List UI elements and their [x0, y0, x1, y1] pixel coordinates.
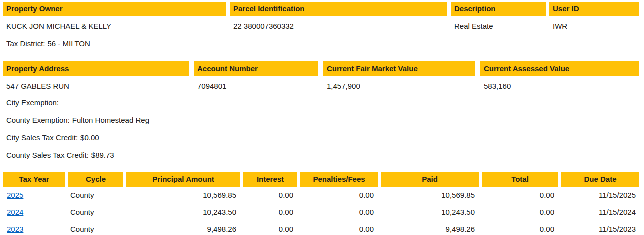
cycle-cell: County [68, 204, 123, 221]
property-owner-header: Property Owner [3, 2, 226, 16]
account-number-header: Account Number [194, 61, 318, 76]
property-address-value: 547 GABLES RUN [3, 82, 189, 91]
due-date-column-header: Due Date [561, 172, 639, 187]
cycle-cell: County [68, 221, 123, 235]
tax-year-column-header: Tax Year [3, 172, 65, 187]
tax-year-link[interactable]: 2025 [7, 191, 23, 199]
current-fair-market-value-value: 1,457,900 [323, 82, 475, 91]
interest-cell: 0.00 [243, 221, 297, 235]
paid-cell: 10,243.50 [381, 204, 479, 221]
current-assessed-value-header: Current Assessed Value [480, 61, 639, 76]
county-exemption-value: Fulton Homestead Reg [72, 116, 149, 124]
city-sales-tax-credit-line: City Sales Tax Credit:$0.00 [6, 133, 644, 142]
tax-district-value: 56 - MILTON [48, 39, 90, 48]
paid-column-header: Paid [381, 172, 479, 187]
due-date-cell: 11/15/2024 [561, 204, 639, 221]
exemption-details: City Exemption: County Exemption:Fulton … [3, 98, 644, 160]
principal-amount-cell: 10,243.50 [126, 204, 240, 221]
total-column-header: Total [482, 172, 558, 187]
parcel-identification-header: Parcel Identification [230, 2, 447, 16]
tax-year-table: Tax Year Cycle Principal Amount Interest… [3, 172, 644, 235]
table-row: 2023 County 9,498.26 0.00 0.00 9,498.26 … [3, 221, 639, 235]
county-exemption-label: County Exemption: [6, 116, 70, 124]
tax-year-cell: 2025 [3, 187, 65, 204]
county-sales-tax-credit-line: County Sales Tax Credit:$89.73 [6, 151, 644, 160]
owner-section: Property Owner Parcel Identification Des… [3, 2, 644, 48]
penalties-fees-column-header: Penalties/Fees [300, 172, 378, 187]
property-tax-record-page: Property Owner Parcel Identification Des… [0, 0, 644, 235]
owner-header-row: Property Owner Parcel Identification Des… [3, 2, 639, 16]
tax-year-link[interactable]: 2023 [7, 225, 23, 233]
owner-value-row: KUCK JON MICHAEL & KELLY 22 380007360332… [3, 22, 639, 31]
interest-column-header: Interest [243, 172, 297, 187]
due-date-cell: 11/15/2023 [561, 221, 639, 235]
city-exemption-line: City Exemption: [6, 98, 644, 107]
current-assessed-value-value: 583,160 [480, 82, 639, 91]
tax-district-line: Tax District:56 - MILTON [3, 39, 644, 48]
penalties-fees-cell: 0.00 [300, 204, 378, 221]
property-owner-value: KUCK JON MICHAEL & KELLY [3, 22, 226, 31]
address-header-row: Property Address Account Number Current … [3, 61, 639, 76]
table-row: 2024 County 10,243.50 0.00 0.00 10,243.5… [3, 204, 639, 221]
total-cell: 0.00 [482, 221, 558, 235]
city-sales-tax-credit-value: $0.00 [80, 133, 99, 142]
user-id-value: IWR [549, 22, 639, 31]
total-cell: 0.00 [482, 204, 558, 221]
description-header: Description [451, 2, 546, 16]
user-id-header: User ID [549, 2, 639, 16]
cycle-column-header: Cycle [68, 172, 123, 187]
penalties-fees-cell: 0.00 [300, 221, 378, 235]
due-date-cell: 11/15/2025 [561, 187, 639, 204]
principal-amount-cell: 10,569.85 [126, 187, 240, 204]
account-number-value: 7094801 [194, 82, 318, 91]
total-cell: 0.00 [482, 187, 558, 204]
county-sales-tax-credit-label: County Sales Tax Credit: [6, 151, 89, 159]
cycle-cell: County [68, 187, 123, 204]
city-sales-tax-credit-label: City Sales Tax Credit: [6, 133, 78, 142]
county-exemption-line: County Exemption:Fulton Homestead Reg [6, 116, 644, 125]
parcel-identification-value: 22 380007360332 [230, 22, 447, 31]
interest-cell: 0.00 [243, 187, 297, 204]
tax-table-header-row: Tax Year Cycle Principal Amount Interest… [3, 172, 639, 187]
description-value: Real Estate [451, 22, 546, 31]
city-exemption-label: City Exemption: [6, 98, 59, 107]
paid-cell: 9,498.26 [381, 221, 479, 235]
tax-year-cell: 2023 [3, 221, 65, 235]
address-value-row: 547 GABLES RUN 7094801 1,457,900 583,160 [3, 82, 639, 91]
paid-cell: 10,569.85 [381, 187, 479, 204]
interest-cell: 0.00 [243, 204, 297, 221]
table-row: 2025 County 10,569.85 0.00 0.00 10,569.8… [3, 187, 639, 204]
tax-year-cell: 2024 [3, 204, 65, 221]
county-sales-tax-credit-value: $89.73 [91, 151, 114, 159]
principal-amount-cell: 9,498.26 [126, 221, 240, 235]
property-address-header: Property Address [3, 61, 189, 76]
address-section: Property Address Account Number Current … [3, 61, 644, 160]
penalties-fees-cell: 0.00 [300, 187, 378, 204]
principal-amount-column-header: Principal Amount [126, 172, 240, 187]
tax-year-link[interactable]: 2024 [7, 208, 23, 216]
tax-district-label: Tax District: [6, 39, 45, 48]
current-fair-market-value-header: Current Fair Market Value [323, 61, 475, 76]
